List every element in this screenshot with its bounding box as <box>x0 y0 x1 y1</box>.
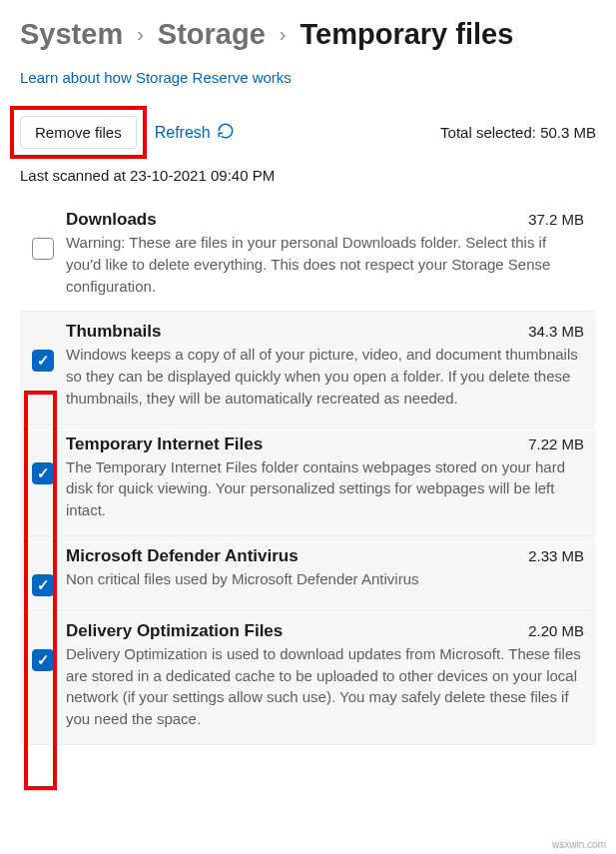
total-selected-label: Total selected: 50.3 MB <box>440 124 596 141</box>
checkbox-defender[interactable] <box>32 574 54 596</box>
last-scanned-label: Last scanned at 23-10-2021 09:40 PM <box>20 167 596 184</box>
item-size: 37.2 MB <box>528 211 584 228</box>
item-body: Microsoft Defender Antivirus 2.33 MB Non… <box>66 546 584 590</box>
item-desc: Non critical files used by Microsoft Def… <box>66 568 584 590</box>
refresh-button[interactable]: Refresh <box>155 122 235 144</box>
item-size: 34.3 MB <box>528 323 584 340</box>
item-desc: Delivery Optimization is used to downloa… <box>66 643 584 730</box>
item-title: Thumbnails <box>66 322 161 342</box>
item-body: Downloads 37.2 MB Warning: These are fil… <box>66 210 584 297</box>
item-body: Delivery Optimization Files 2.20 MB Deli… <box>66 621 584 730</box>
item-desc: The Temporary Internet Files folder cont… <box>66 456 584 521</box>
refresh-icon <box>217 122 235 144</box>
breadcrumb-storage[interactable]: Storage <box>158 18 266 51</box>
chevron-right-icon: › <box>280 23 287 46</box>
item-title: Temporary Internet Files <box>66 434 263 454</box>
checkbox-thumbnails[interactable] <box>32 350 54 372</box>
refresh-label: Refresh <box>155 124 211 142</box>
item-title: Delivery Optimization Files <box>66 621 283 641</box>
breadcrumb: System › Storage › Temporary files <box>20 18 596 51</box>
item-size: 2.20 MB <box>528 622 584 639</box>
list-item[interactable]: Thumbnails 34.3 MB Windows keeps a copy … <box>20 312 596 424</box>
checkbox-temp-internet[interactable] <box>32 462 54 484</box>
item-desc: Windows keeps a copy of all of your pict… <box>66 344 584 409</box>
checkbox-delivery-opt[interactable] <box>32 649 54 671</box>
item-body: Temporary Internet Files 7.22 MB The Tem… <box>66 434 584 521</box>
item-title: Downloads <box>66 210 157 230</box>
checkbox-downloads[interactable] <box>32 238 54 260</box>
learn-storage-reserve-link[interactable]: Learn about how Storage Reserve works <box>20 69 596 86</box>
actions-row: Remove files Refresh Total selected: 50.… <box>20 116 596 149</box>
breadcrumb-system[interactable]: System <box>20 18 123 51</box>
file-category-list: Downloads 37.2 MB Warning: These are fil… <box>20 200 596 745</box>
chevron-right-icon: › <box>137 23 144 46</box>
item-size: 2.33 MB <box>528 547 584 564</box>
page-title: Temporary files <box>301 18 514 51</box>
item-desc: Warning: These are files in your persona… <box>66 232 584 297</box>
item-title: Microsoft Defender Antivirus <box>66 546 299 566</box>
list-item[interactable]: Downloads 37.2 MB Warning: These are fil… <box>20 200 596 312</box>
list-item[interactable]: Delivery Optimization Files 2.20 MB Deli… <box>20 611 596 745</box>
list-item[interactable]: Temporary Internet Files 7.22 MB The Tem… <box>20 425 596 536</box>
watermark: wsxwin.com <box>552 839 606 850</box>
remove-files-button[interactable]: Remove files <box>20 116 137 149</box>
item-size: 7.22 MB <box>528 435 584 452</box>
list-item[interactable]: Microsoft Defender Antivirus 2.33 MB Non… <box>20 536 596 611</box>
item-body: Thumbnails 34.3 MB Windows keeps a copy … <box>66 322 584 409</box>
